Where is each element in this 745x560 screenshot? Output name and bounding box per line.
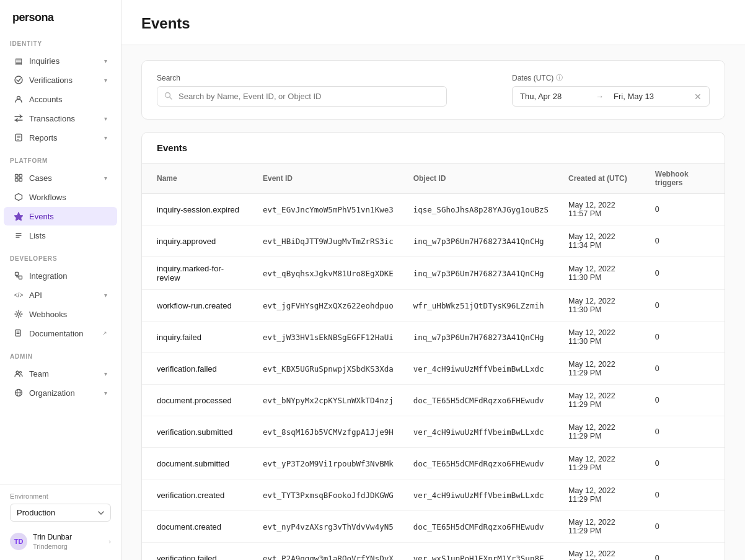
sidebar-item-label: Reports xyxy=(29,133,58,142)
sidebar-item-label: Inquiries xyxy=(29,56,60,66)
date-range-wrap: → ✕ xyxy=(512,86,710,107)
cell-name: inquiry.failed xyxy=(142,322,253,353)
avatar: TD xyxy=(10,533,27,550)
user-sub: Trindemorg xyxy=(33,543,72,550)
sidebar-item-verifications[interactable]: Verifications ▾ xyxy=(4,71,117,89)
table-row[interactable]: document.created evt_nyP4vzAXsrg3vThVdvV… xyxy=(142,511,725,543)
cell-name: verification.submitted xyxy=(142,416,253,448)
sidebar-section-platform: PLATFORM Cases ▾ Workflows xyxy=(0,150,121,248)
accounts-icon xyxy=(14,94,24,104)
external-link-icon: ↗ xyxy=(102,330,107,336)
sidebar-item-inquiries[interactable]: ▤ Inquiries ▾ xyxy=(4,51,117,70)
table-body: inquiry-session.expired evt_EGvJncYmoW5m… xyxy=(142,194,725,561)
events-icon xyxy=(14,211,24,221)
environment-select[interactable]: Production Sandbox xyxy=(10,504,111,522)
chevron-down-icon: ▾ xyxy=(104,390,107,396)
sidebar-item-label: Webhooks xyxy=(29,310,67,319)
sidebar-item-transactions[interactable]: Transactions ▾ xyxy=(4,109,117,128)
svg-point-0 xyxy=(15,76,22,84)
cell-event-id: evt_P2A9qqqw3m1aRQoVrfYNsDyX xyxy=(253,543,403,561)
user-name: Trin Dunbar xyxy=(33,533,72,543)
table-row[interactable]: verification.failed evt_P2A9qqqw3m1aRQoV… xyxy=(142,543,725,561)
cell-name: document.submitted xyxy=(142,448,253,479)
svg-rect-18 xyxy=(15,330,20,336)
cell-webhooks: 0 xyxy=(645,225,725,257)
table-row[interactable]: workflow-run.created evt_jgFVHYsgHZxQXz6… xyxy=(142,290,725,322)
cell-created-at: May 12, 2022 11:29 PM xyxy=(558,479,645,511)
cell-event-id: evt_HBiDqJTT9WJugMvTmZrRS3ic xyxy=(253,225,403,257)
cell-webhooks: 0 xyxy=(645,322,725,353)
webhooks-icon xyxy=(14,309,24,319)
environment-section: Environment Production Sandbox xyxy=(0,484,121,527)
events-table: Name Event ID Object ID Created at (UTC)… xyxy=(142,164,725,560)
workflows-icon xyxy=(14,192,24,202)
table-row[interactable]: document.submitted evt_yP3T2oM9Vi1rpoubW… xyxy=(142,448,725,479)
sidebar-item-documentation[interactable]: Documentation ↗ xyxy=(4,324,117,343)
sidebar-item-team[interactable]: Team ▾ xyxy=(4,364,117,383)
sidebar-item-api[interactable]: </> API ▾ xyxy=(4,286,117,304)
table-row[interactable]: document.processed evt_bNYpyMx2cpKYSLnWX… xyxy=(142,385,725,416)
sidebar-item-cases[interactable]: Cases ▾ xyxy=(4,168,117,187)
cell-object-id: inq_w7p3P6Um7H768273A41QnCHg xyxy=(403,225,558,257)
cell-webhooks: 0 xyxy=(645,448,725,479)
table-row[interactable]: inquiry.failed evt_jW33HV1sEkNBSgEGFF12H… xyxy=(142,322,725,353)
cell-created-at: May 12, 2022 11:29 PM xyxy=(558,385,645,416)
cell-created-at: May 12, 2022 11:29 PM xyxy=(558,416,645,448)
page-title: Events xyxy=(141,15,725,32)
table-row[interactable]: inquiry.marked-for-review evt_qByqhsxJgk… xyxy=(142,257,725,290)
chevron-down-icon: ▾ xyxy=(104,175,107,182)
date-to-input[interactable] xyxy=(606,87,687,106)
cell-object-id: doc_TE65H5dCMFdRqzxo6FHEwudv xyxy=(403,448,558,479)
cell-webhooks: 0 xyxy=(645,353,725,385)
chevron-down-icon: ▾ xyxy=(104,77,107,84)
sidebar-item-integration[interactable]: Integration xyxy=(4,266,117,285)
cell-name: document.created xyxy=(142,511,253,543)
sidebar-item-reports[interactable]: Reports ▾ xyxy=(4,128,117,147)
dates-filter-group: Dates (UTC) ⓘ → ✕ xyxy=(512,73,710,107)
search-icon xyxy=(164,92,172,102)
chevron-right-icon[interactable]: › xyxy=(108,538,111,545)
date-clear-button[interactable]: ✕ xyxy=(687,92,709,102)
user-section: TD Trin Dunbar Trindemorg › xyxy=(0,527,121,560)
logo-text: persona xyxy=(12,11,54,24)
svg-line-27 xyxy=(170,97,172,99)
sidebar-item-workflows[interactable]: Workflows xyxy=(4,188,117,206)
sidebar-item-label: Team xyxy=(29,369,49,378)
table-row[interactable]: verification.submitted evt_8sqM16Jb5VCMV… xyxy=(142,416,725,448)
cell-event-id: evt_KBX5UGRuSpnwpjXSbdKS3Xda xyxy=(253,353,403,385)
date-arrow-icon: → xyxy=(593,92,606,101)
date-from-input[interactable] xyxy=(513,87,593,106)
environment-label: Environment xyxy=(10,492,111,500)
search-filter-group: Search xyxy=(157,74,502,107)
cell-created-at: May 12, 2022 11:29 PM xyxy=(558,353,645,385)
cell-object-id: inq_w7p3P6Um7H768273A41QnCHg xyxy=(403,257,558,290)
cell-created-at: May 12, 2022 11:57 PM xyxy=(558,194,645,225)
chevron-down-icon: ▾ xyxy=(104,115,107,122)
sidebar-item-organization[interactable]: Organization ▾ xyxy=(4,383,117,402)
table-row[interactable]: inquiry-session.expired evt_EGvJncYmoW5m… xyxy=(142,194,725,225)
table-row[interactable]: verification.failed evt_KBX5UGRuSpnwpjXS… xyxy=(142,353,725,385)
sidebar-item-label: Workflows xyxy=(29,193,66,202)
sidebar-item-webhooks[interactable]: Webhooks xyxy=(4,305,117,323)
table-header: Name Event ID Object ID Created at (UTC)… xyxy=(142,164,725,194)
cell-event-id: evt_jgFVHYsgHZxQXz622eohdpuo xyxy=(253,290,403,322)
filter-bar: Search Dates (UTC) ⓘ xyxy=(141,60,725,120)
sidebar-section-identity: IDENTITY ▤ Inquiries ▾ Verifications ▾ xyxy=(0,33,121,150)
sidebar-item-label: Events xyxy=(29,212,54,221)
section-label-admin: ADMIN xyxy=(0,353,121,364)
events-section: Events Name Event ID Object ID Created a… xyxy=(141,132,725,560)
sidebar-item-label: Transactions xyxy=(29,114,75,123)
sidebar-item-accounts[interactable]: Accounts xyxy=(4,90,117,108)
sidebar-item-events[interactable]: Events xyxy=(4,207,117,225)
documentation-icon xyxy=(14,328,24,338)
table-row[interactable]: verification.created evt_TYT3PxmsqBFooko… xyxy=(142,479,725,511)
svg-rect-16 xyxy=(19,276,22,279)
search-input[interactable] xyxy=(157,86,447,107)
svg-rect-7 xyxy=(19,175,22,178)
cell-object-id: iqse_SGhoJhsA8p28YAJGyg1ouBzS xyxy=(403,194,558,225)
sidebar-item-label: Lists xyxy=(29,231,46,240)
table-row[interactable]: inquiry.approved evt_HBiDqJTT9WJugMvTmZr… xyxy=(142,225,725,257)
cell-event-id: evt_bNYpyMx2cpKYSLnWXkTD4nzj xyxy=(253,385,403,416)
cell-created-at: May 12, 2022 11:29 PM xyxy=(558,511,645,543)
sidebar-item-lists[interactable]: Lists xyxy=(4,226,117,245)
